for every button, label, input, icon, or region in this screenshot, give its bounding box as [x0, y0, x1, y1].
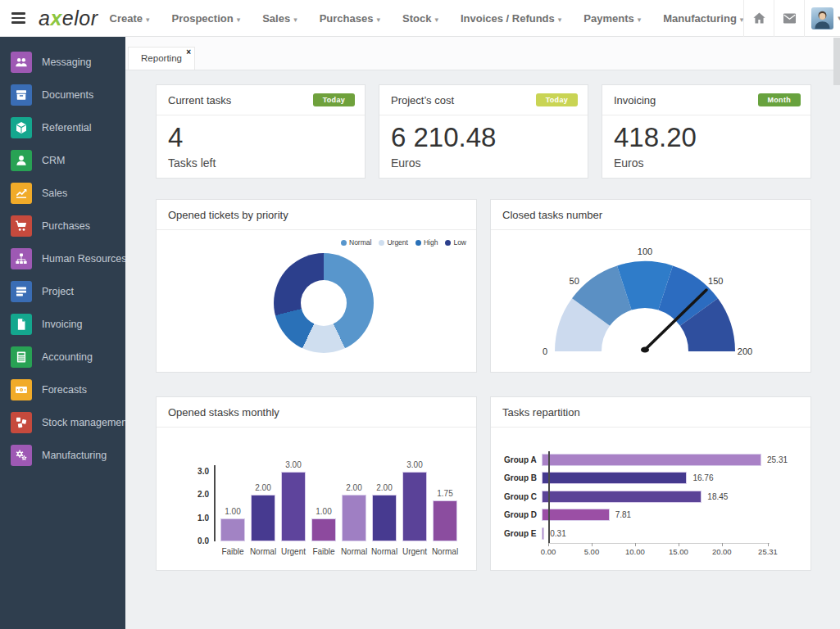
logo-x: x — [50, 7, 61, 29]
card-title: Invoicing — [614, 94, 656, 106]
bar — [311, 518, 336, 541]
donut-chart: NormalUrgentHighLow — [157, 230, 476, 373]
bar-value-label: 1.00 — [225, 507, 240, 516]
gears-icon — [11, 445, 32, 466]
bar-zone: 16.76 — [542, 471, 801, 485]
charts-row-1: Opened tickets by priority NormalUrgentH… — [156, 199, 811, 396]
x-axis-label: 0.00 — [541, 547, 556, 556]
bar — [542, 454, 761, 466]
axis-tick — [679, 543, 679, 546]
bar-value-label: 3.00 — [285, 460, 301, 469]
bar-column: 1.00 — [311, 507, 336, 541]
logo-text: a — [39, 7, 50, 29]
bar-column: 1.75 — [433, 489, 457, 541]
bar-value-label: 3.00 — [406, 460, 422, 469]
bar — [542, 491, 702, 503]
sidebar-item-project[interactable]: Project — [0, 275, 125, 308]
menu-item-manufacturing[interactable]: Manufacturing▾ — [663, 12, 743, 25]
kpi-card-current-tasks: Current tasksToday4Tasks left — [156, 84, 366, 179]
user-avatar[interactable] — [811, 7, 833, 29]
tab-reporting[interactable]: Reporting × — [128, 47, 195, 70]
bar — [433, 500, 457, 541]
home-icon[interactable] — [744, 0, 774, 37]
sidebar-item-forecasts[interactable]: Forecasts — [0, 373, 125, 406]
menu-item-invoices-refunds[interactable]: Invoices / Refunds▾ — [461, 12, 561, 25]
sidebar-item-manufacturing[interactable]: Manufacturing — [0, 439, 125, 472]
gauge-tick-label: 200 — [738, 346, 752, 356]
sidebar-item-purchases[interactable]: Purchases — [0, 210, 125, 242]
tab-label: Reporting — [129, 53, 194, 63]
card-title: Project’s cost — [391, 94, 454, 106]
bar-value-label: 1.75 — [437, 489, 452, 498]
menu-item-purchases[interactable]: Purchases▾ — [320, 12, 380, 25]
card-tickets-by-priority: Opened tickets by priority NormalUrgentH… — [156, 199, 477, 373]
gauge-plot: 050100150200 — [491, 230, 810, 373]
x-axis-line — [548, 543, 770, 544]
gauge-hub — [641, 346, 649, 352]
category-label: Normal — [430, 547, 461, 556]
menu-item-prospection[interactable]: Prospection▾ — [172, 12, 241, 25]
sidebar: MessagingDocumentsReferentialCRMSalesPur… — [0, 37, 125, 629]
mail-icon[interactable] — [774, 0, 804, 37]
chevron-down-icon: ▾ — [146, 16, 150, 24]
y-axis-label: 1.0 — [188, 514, 209, 523]
kpi-value: 6 210.48 — [391, 121, 576, 154]
kpi-card-invoicing: InvoicingMonth418.20Euros — [602, 84, 811, 179]
sidebar-item-label: Stock management — [42, 417, 130, 428]
sidebar-item-invoicing[interactable]: Invoicing — [0, 308, 125, 341]
kpi-body: 418.20Euros — [602, 115, 810, 170]
sidebar-item-crm[interactable]: CRM — [0, 144, 125, 177]
sidebar-item-documents[interactable]: Documents — [0, 79, 125, 111]
category-label: Normal — [370, 547, 400, 556]
sidebar-item-label: Referential — [42, 122, 91, 133]
x-axis-label: 25.31 — [758, 547, 778, 556]
sidebar-item-messaging[interactable]: Messaging — [0, 46, 125, 79]
bar-column: 2.00 — [251, 483, 275, 541]
sidebar-item-stock-management[interactable]: Stock management — [0, 406, 125, 439]
legend-dot — [379, 240, 384, 246]
sitemap-icon — [11, 248, 32, 269]
money-icon — [11, 379, 32, 400]
sidebar-item-label: Human Resources — [42, 253, 127, 265]
sidebar-item-label: CRM — [42, 155, 65, 166]
card-header: Opened tickets by priority — [157, 200, 476, 230]
menu-item-payments[interactable]: Payments▾ — [583, 12, 641, 25]
file-icon — [11, 314, 32, 335]
tab-close-icon[interactable]: × — [186, 48, 191, 57]
gauge-chart: 050100150200 — [491, 230, 810, 373]
app-logo[interactable]: axelor — [39, 7, 98, 30]
category-label: Group D — [504, 510, 542, 519]
bar-value-label: 2.00 — [346, 483, 361, 492]
menu-item-sales[interactable]: Sales▾ — [262, 12, 297, 25]
axis-tick — [722, 543, 723, 546]
bar — [542, 472, 687, 484]
user-menu[interactable]: ▾ — [805, 7, 840, 29]
bar — [281, 472, 306, 541]
kpi-card-project-s-cost: Project’s costToday6 210.48Euros — [379, 84, 588, 179]
gauge-tick-label: 150 — [708, 276, 723, 286]
main-menu-bar: Create▾Prospection▾Sales▾Purchases▾Stock… — [110, 12, 744, 25]
card-header: Current tasksToday — [157, 85, 365, 115]
sidebar-item-accounting[interactable]: Accounting — [0, 341, 125, 373]
bar — [402, 472, 427, 541]
y-axis-label: 2.0 — [188, 490, 209, 499]
horizontal-bar-chart: Group A25.31Group B16.76Group C18.45Grou… — [491, 428, 810, 571]
sidebar-item-referential[interactable]: Referential — [0, 111, 125, 144]
cart-icon — [11, 215, 32, 237]
menu-item-stock[interactable]: Stock▾ — [402, 12, 438, 25]
menu-item-create[interactable]: Create▾ — [110, 12, 150, 25]
bar-column: 3.00 — [281, 460, 306, 541]
bar-value-label: 7.81 — [615, 510, 631, 519]
card-tasks-repartition: Tasks repartition Group A25.31Group B16.… — [490, 396, 811, 571]
bar-zone: 18.45 — [542, 490, 801, 504]
hamburger-menu-icon[interactable] — [0, 12, 25, 24]
sidebar-item-label: Invoicing — [42, 319, 82, 330]
scrollbar-thumb[interactable] — [833, 38, 840, 85]
kpi-body: 6 210.48Euros — [379, 115, 588, 170]
x-axis-label: 5.00 — [584, 547, 600, 556]
status-badge: Today — [536, 93, 578, 106]
sidebar-item-sales[interactable]: Sales — [0, 177, 125, 210]
chevron-down-icon: ▾ — [376, 16, 380, 24]
card-header: Tasks repartition — [491, 397, 810, 428]
sidebar-item-human-resources[interactable]: Human Resources — [0, 242, 125, 275]
